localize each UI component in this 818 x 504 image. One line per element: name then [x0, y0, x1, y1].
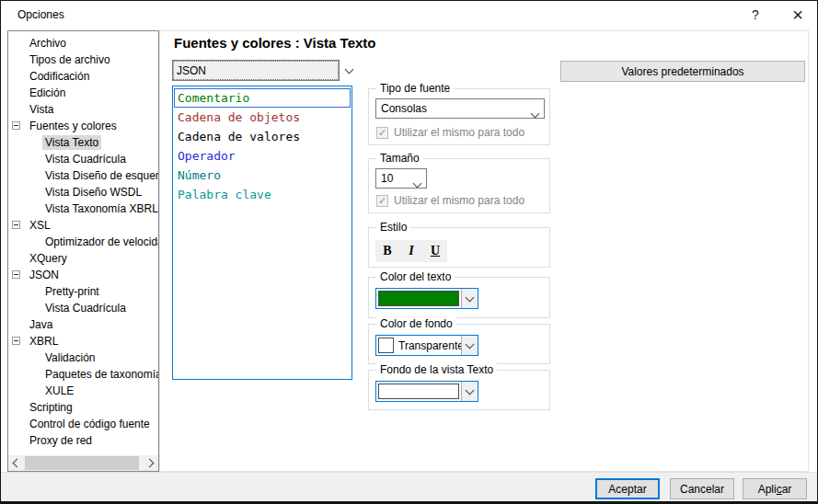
category-combobox-value-box: JSON [172, 60, 340, 81]
background-color-picker[interactable]: Transparente [375, 335, 478, 356]
scroll-left-icon[interactable] [8, 455, 24, 471]
accept-button[interactable]: Aceptar [595, 478, 660, 499]
font-same-for-all-checkbox: ✓ Utilizar el mismo para todo [376, 126, 524, 139]
tree-item-label: Archivo [27, 36, 69, 51]
tree-item-optimizador-de-velocida[interactable]: Optimizador de velocida [8, 234, 158, 250]
options-tree-body: ArchivoTipos de archivoCodificaciónEdici… [8, 31, 158, 455]
tree-item-edici-n[interactable]: Edición [8, 85, 158, 101]
tree-item-label: XQuery [27, 251, 70, 266]
options-tree: ArchivoTipos de archivoCodificaciónEdici… [7, 30, 159, 472]
scrollbar-thumb[interactable] [25, 456, 139, 470]
tree-item-label: Paquetes de taxonomía [42, 367, 158, 382]
text-color-picker[interactable] [375, 288, 478, 309]
tree-item-vista-cuadr-cula[interactable]: Vista Cuadrícula [8, 151, 158, 167]
tree-item-codificaci-n[interactable]: Codificación [8, 68, 158, 85]
help-icon: ? [752, 7, 759, 22]
tree-item-label: JSON [27, 268, 62, 282]
tree-item-tipos-de-archivo[interactable]: Tipos de archivo [8, 52, 158, 68]
list-item-cadena-de-objetos[interactable]: Cadena de objetos [174, 108, 351, 127]
list-item-operador[interactable]: Operador [174, 146, 351, 166]
footer-bar: Aceptar Cancelar Aplicar [1, 472, 817, 503]
help-button[interactable]: ? [742, 1, 769, 29]
tree-item-vista-texto[interactable]: Vista Texto [8, 134, 158, 151]
chevron-down-icon[interactable] [461, 336, 478, 355]
cancel-button[interactable]: Cancelar [670, 478, 734, 499]
tree-item-vista-dise-o-wsdl[interactable]: Vista Diseño WSDL [8, 184, 158, 200]
group-size: Tamaño 10 ✓ Utilizar el mismo para todo [368, 158, 550, 213]
tree-item-label: Optimizador de velocida [42, 235, 158, 249]
tree-item-control-de-c-digo-fuente[interactable]: Control de código fuente [8, 416, 158, 432]
page-title: Fuentes y colores : Vista Texto [174, 35, 376, 51]
tree-item-label: Vista Cuadrícula [42, 301, 129, 315]
chevron-down-icon[interactable] [461, 382, 478, 401]
tree-item-pretty-print[interactable]: Pretty-print [8, 283, 158, 300]
bold-button[interactable]: B [375, 240, 399, 262]
tree-item-json[interactable]: JSON [8, 267, 158, 283]
list-item-palabra-clave[interactable]: Palabra clave [174, 185, 351, 204]
group-textview-background: Fondo de la vista Texto [368, 370, 550, 410]
tree-item-paquetes-de-taxonom-a[interactable]: Paquetes de taxonomía [8, 366, 158, 383]
main-panel: Fuentes y colores : Vista Texto JSON Com… [159, 30, 809, 472]
font-family-combobox[interactable]: Consolas [375, 98, 545, 119]
tree-item-java[interactable]: Java [8, 316, 158, 333]
window-title: Opciones [17, 8, 64, 21]
defaults-button[interactable]: Valores predeterminados [560, 61, 805, 82]
size-same-for-all-checkbox: ✓ Utilizar el mismo para todo [376, 194, 524, 207]
tree-horizontal-scrollbar[interactable] [8, 455, 158, 471]
tree-item-xquery[interactable]: XQuery [8, 250, 158, 267]
collapse-icon[interactable] [12, 337, 20, 345]
font-size-combobox[interactable]: 10 [375, 168, 427, 189]
list-item-n-mero[interactable]: Número [174, 166, 351, 185]
list-item-comentario[interactable]: Comentario [174, 88, 351, 108]
textview-background-content [376, 382, 461, 401]
tree-item-fuentes-y-colores[interactable]: Fuentes y colores [8, 118, 158, 134]
chevron-down-icon [532, 107, 538, 120]
text-color-swatch [378, 291, 459, 306]
background-color-swatch [378, 338, 394, 353]
textview-background-swatch [378, 384, 459, 399]
tree-item-vista-taxonom-a-xbrl[interactable]: Vista Taxonomía XBRL [8, 200, 158, 217]
close-icon: × [792, 5, 803, 26]
collapse-icon[interactable] [12, 221, 20, 229]
collapse-icon[interactable] [12, 121, 20, 130]
tree-item-vista-cuadr-cula[interactable]: Vista Cuadrícula [8, 300, 158, 316]
underline-button[interactable]: U [423, 240, 447, 262]
list-item-cadena-de-valores[interactable]: Cadena de valores [174, 127, 351, 146]
tree-item-proxy-de-red[interactable]: Proxy de red [8, 432, 158, 449]
tree-item-vista-dise-o-de-esquem[interactable]: Vista Diseño de esquem [8, 167, 158, 184]
tree-item-xbrl[interactable]: XBRL [8, 333, 158, 349]
tree-item-label: Control de código fuente [27, 417, 153, 431]
tree-item-label: Tipos de archivo [27, 52, 113, 67]
tree-item-label: Scripting [27, 400, 75, 415]
tree-item-label: Pretty-print [42, 284, 102, 299]
apply-button[interactable]: Aplicar [743, 478, 807, 499]
scroll-right-icon[interactable] [143, 455, 158, 471]
chevron-down-icon[interactable] [340, 60, 358, 81]
text-color-content [376, 289, 461, 308]
tree-item-label: XSL [27, 218, 53, 233]
tree-item-label: XBRL [27, 334, 61, 349]
tree-item-archivo[interactable]: Archivo [8, 35, 158, 52]
collapse-icon[interactable] [12, 270, 20, 279]
tree-item-xule[interactable]: XULE [8, 383, 158, 399]
textview-background-picker[interactable] [375, 381, 478, 402]
italic-button[interactable]: I [399, 240, 423, 262]
close-button[interactable]: × [784, 1, 812, 29]
tree-item-vista[interactable]: Vista [8, 101, 158, 118]
style-element-list: ComentarioCadena de objetosCadena de val… [172, 86, 352, 380]
tree-item-label: Vista Diseño de esquem [42, 168, 158, 183]
tree-item-label: Edición [27, 86, 68, 100]
group-text-color: Color del texto [368, 277, 550, 318]
checkbox-label: Utilizar el mismo para todo [394, 126, 524, 139]
background-color-value: Transparente [398, 339, 461, 352]
chevron-down-icon[interactable] [461, 289, 478, 308]
options-dialog: Opciones ? × ArchivoTipos de archivoCodi… [0, 0, 818, 504]
background-color-content: Transparente [376, 336, 461, 355]
category-combobox[interactable]: JSON [172, 60, 358, 81]
titlebar: Opciones ? × [1, 1, 817, 29]
tree-item-xsl[interactable]: XSL [8, 217, 158, 234]
group-text-color-title: Color del texto [376, 270, 455, 283]
tree-item-label: XULE [42, 384, 76, 398]
tree-item-scripting[interactable]: Scripting [8, 399, 158, 416]
tree-item-validaci-n[interactable]: Validación [8, 349, 158, 366]
